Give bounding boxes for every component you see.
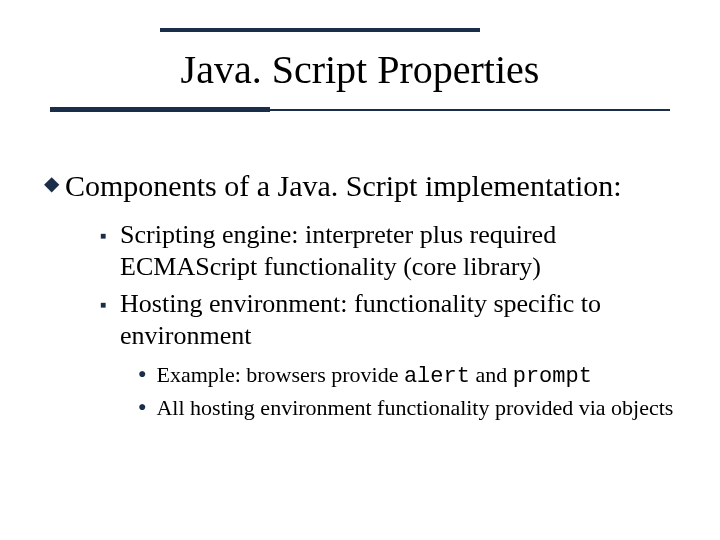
text-fragment: and <box>470 362 513 387</box>
level3-text: All hosting environment functionality pr… <box>156 394 673 422</box>
diamond-bullet-icon: ◆ <box>44 173 59 193</box>
decorative-bottom-line <box>40 107 680 113</box>
code-text: prompt <box>513 364 592 389</box>
dot-bullet-icon: ● <box>138 367 146 381</box>
square-bullet-icon: ■ <box>100 231 106 241</box>
level3-text: Example: browsers provide alert and prom… <box>156 361 591 391</box>
sub-sub-list: ● Example: browsers provide alert and pr… <box>138 361 676 422</box>
list-item: ◆ Components of a Java. Script implement… <box>44 167 676 205</box>
title-area: Java. Script Properties <box>40 28 680 113</box>
level1-text: Components of a Java. Script implementat… <box>65 167 622 205</box>
text-fragment: Example: browsers provide <box>156 362 403 387</box>
list-item: ■ Scripting engine: interpreter plus req… <box>100 219 676 284</box>
dot-bullet-icon: ● <box>138 400 146 414</box>
sub-list: ■ Scripting engine: interpreter plus req… <box>100 219 676 422</box>
decorative-top-line <box>160 28 480 32</box>
list-item: ● All hosting environment functionality … <box>138 394 676 422</box>
code-text: alert <box>404 364 470 389</box>
square-bullet-icon: ■ <box>100 300 106 310</box>
list-item: ■ Hosting environment: functionality spe… <box>100 288 676 353</box>
level2-text: Hosting environment: functionality speci… <box>120 288 676 353</box>
slide: Java. Script Properties ◆ Components of … <box>0 0 720 540</box>
slide-title: Java. Script Properties <box>40 28 680 107</box>
list-item: ● Example: browsers provide alert and pr… <box>138 361 676 391</box>
content-area: ◆ Components of a Java. Script implement… <box>40 143 680 422</box>
level2-text: Scripting engine: interpreter plus requi… <box>120 219 676 284</box>
